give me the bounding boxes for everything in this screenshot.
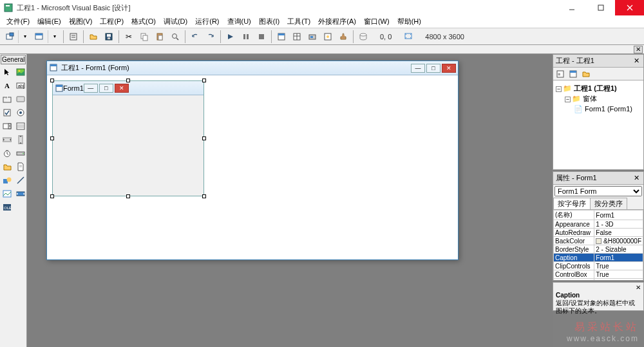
designer-canvas[interactable]: Form1 — □ ✕: [47, 75, 458, 259]
save-button[interactable]: [102, 30, 116, 44]
resize-handle-ml[interactable]: [50, 136, 54, 140]
property-row[interactable]: ClipControlsTrue: [554, 262, 643, 270]
data-view-button[interactable]: [356, 30, 370, 44]
timer-tool[interactable]: [1, 147, 14, 160]
designer-titlebar[interactable]: 工程1 - Form1 (Form) — □ ✕: [47, 61, 458, 75]
properties-object-selector[interactable]: Form1 Form: [554, 186, 642, 196]
property-row[interactable]: AutoRedrawFalse: [554, 229, 643, 237]
filelistbox-tool[interactable]: [14, 160, 27, 173]
view-object-button[interactable]: [567, 69, 579, 79]
menu-window[interactable]: 窗口(W): [360, 15, 393, 28]
resize-handle-bl[interactable]: [50, 194, 54, 198]
combobox-tool[interactable]: [1, 120, 14, 133]
tree-folder-node[interactable]: −📁 窗体: [556, 93, 641, 104]
ole-tool[interactable]: OLE: [1, 201, 14, 214]
menu-edit[interactable]: 编辑(E): [33, 15, 65, 28]
menu-help[interactable]: 帮助(H): [393, 15, 425, 28]
end-button[interactable]: [254, 30, 269, 44]
pointer-tool[interactable]: [1, 66, 14, 79]
resize-handle-bm[interactable]: [126, 194, 130, 198]
property-row[interactable]: BorderStyle2 - Sizable: [554, 245, 643, 254]
undo-button[interactable]: [188, 30, 202, 44]
frame-tool[interactable]: xy: [1, 93, 14, 106]
menu-tools[interactable]: 工具(T): [283, 15, 314, 28]
menu-file[interactable]: 文件(F): [3, 15, 33, 28]
add-form-button[interactable]: [32, 30, 46, 44]
textbox-tool[interactable]: ab|: [14, 79, 27, 92]
resize-handle-tl[interactable]: [50, 79, 54, 82]
properties-grid[interactable]: (名称)Form1Appearance1 - 3DAutoRedrawFalse…: [553, 210, 643, 280]
data-tool[interactable]: [14, 187, 27, 200]
form-designer-window[interactable]: 工程1 - Form1 (Form) — □ ✕ Form1 —: [46, 61, 459, 260]
commandbutton-tool[interactable]: [14, 93, 27, 106]
add-project-dropdown[interactable]: ▾: [18, 30, 31, 43]
hscrollbar-tool[interactable]: [1, 133, 14, 146]
toggle-folders-button[interactable]: [580, 69, 592, 79]
resize-handle-br[interactable]: [202, 194, 206, 198]
menu-run[interactable]: 运行(R): [191, 15, 223, 28]
view-code-button[interactable]: ≡: [554, 69, 566, 79]
shape-tool[interactable]: [1, 174, 14, 187]
cut-button[interactable]: ✂: [122, 30, 136, 44]
menu-addins[interactable]: 外接程序(A): [314, 15, 360, 28]
add-project-button[interactable]: [3, 30, 17, 44]
designer-close[interactable]: ✕: [442, 64, 456, 73]
menu-editor-button[interactable]: [66, 30, 80, 44]
copy-button[interactable]: [137, 30, 151, 44]
property-row[interactable]: DrawMode13 - Copy Pen: [554, 279, 643, 281]
open-button[interactable]: [86, 30, 100, 44]
add-form-dropdown[interactable]: ▾: [48, 30, 61, 43]
project-panel-close[interactable]: ✕: [632, 57, 641, 66]
listbox-tool[interactable]: [14, 120, 27, 133]
dirlistbox-tool[interactable]: [1, 160, 14, 173]
tab-categorized[interactable]: 按分类序: [590, 198, 627, 209]
toolbox-title[interactable]: General: [1, 55, 26, 64]
drivelistbox-tool[interactable]: [14, 147, 27, 160]
properties-window-button[interactable]: [290, 30, 304, 44]
menu-diagram[interactable]: 图表(I): [255, 15, 283, 28]
form-selection[interactable]: Form1 — □ ✕: [52, 80, 204, 196]
toolbox-button[interactable]: [336, 30, 350, 44]
design-form[interactable]: Form1 — □ ✕: [52, 80, 204, 196]
project-explorer-button[interactable]: [274, 30, 289, 44]
designer-maximize[interactable]: □: [426, 64, 440, 73]
picturebox-tool[interactable]: [14, 66, 27, 79]
design-form-body[interactable]: [53, 95, 204, 196]
menu-query[interactable]: 查询(U): [223, 15, 255, 28]
menu-view[interactable]: 视图(V): [65, 15, 97, 28]
close-button[interactable]: [615, 0, 644, 15]
resize-handle-tm[interactable]: [126, 79, 130, 82]
find-button[interactable]: [168, 30, 182, 44]
menu-project[interactable]: 工程(P): [96, 15, 128, 28]
vscrollbar-tool[interactable]: [14, 133, 27, 146]
mdi-doc-close[interactable]: ✕: [634, 46, 643, 53]
maximize-button[interactable]: [586, 0, 615, 15]
project-tree[interactable]: −📁 工程1 (工程1) −📁 窗体 📄 Form1 (Form1): [553, 80, 643, 169]
paste-button[interactable]: [153, 30, 167, 44]
property-row[interactable]: (名称)Form1: [554, 211, 643, 220]
break-button[interactable]: [239, 30, 253, 44]
resize-handle-mr[interactable]: [202, 136, 206, 140]
designer-minimize[interactable]: —: [411, 64, 425, 73]
checkbox-tool[interactable]: [1, 106, 14, 119]
property-row[interactable]: Appearance1 - 3D: [554, 220, 643, 229]
menu-format[interactable]: 格式(O): [128, 15, 160, 28]
label-tool[interactable]: A: [1, 79, 14, 92]
property-row[interactable]: BackColor &H8000000F: [554, 237, 643, 245]
resize-handle-tr[interactable]: [202, 79, 206, 82]
object-browser-button[interactable]: [321, 30, 335, 44]
tree-project-node[interactable]: −📁 工程1 (工程1): [556, 83, 641, 93]
optionbutton-tool[interactable]: [14, 106, 27, 119]
menu-debug[interactable]: 调试(D): [160, 15, 191, 28]
start-button[interactable]: [223, 30, 238, 44]
redo-button[interactable]: [204, 30, 218, 44]
minimize-button[interactable]: [557, 0, 586, 15]
property-row[interactable]: CaptionForm1: [554, 254, 643, 262]
tree-form-node[interactable]: 📄 Form1 (Form1): [556, 104, 641, 114]
tab-alphabetic[interactable]: 按字母序: [553, 198, 591, 209]
property-row[interactable]: ControlBoxTrue: [554, 270, 643, 279]
properties-panel-close[interactable]: ✕: [632, 174, 641, 183]
desc-panel-close[interactable]: ✕: [636, 284, 641, 291]
image-tool[interactable]: [1, 187, 14, 200]
form-layout-button[interactable]: [305, 30, 319, 44]
